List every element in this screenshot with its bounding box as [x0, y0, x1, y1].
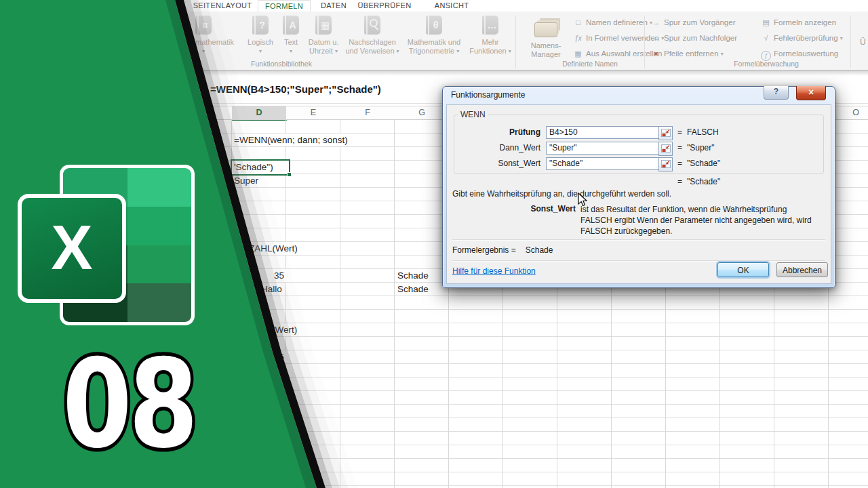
dialog-help-button[interactable]: ?: [764, 86, 789, 100]
trace-precedents-button[interactable]: →Spur zum Vorgänger: [651, 17, 735, 28]
ribbon-drop-shadow: [0, 70, 868, 76]
watch-window-button-partial[interactable]: Ü: [860, 37, 866, 47]
show-formulas-button[interactable]: ▤Formeln anzeigen: [761, 17, 836, 28]
argument-help-text: ist das Resultat der Funktion, wenn die …: [580, 204, 815, 237]
function-description: Gibt eine Wahrheitsprüfung an, die durch…: [452, 189, 671, 199]
tab-ansicht[interactable]: ANSICHT: [427, 0, 476, 12]
define-name-button[interactable]: □Namen definieren ▾: [573, 17, 652, 28]
button-label: Funktionen: [469, 47, 506, 55]
group-label-funktionsbibliothek: Funktionsbibliothek: [203, 60, 359, 68]
equals-sign: =: [677, 126, 682, 139]
pruefung-input[interactable]: B4>150: [546, 126, 660, 139]
range-selector-icon: [661, 160, 671, 168]
cell-35[interactable]: 35: [232, 269, 288, 282]
trace-dependents-icon: →: [651, 33, 661, 44]
dropdown-arrow-icon: ▾: [509, 48, 511, 54]
error-checking-icon: √: [761, 33, 771, 44]
trace-dependents-button[interactable]: →Spur zum Nachfolger: [651, 33, 737, 44]
logical-icon: ?: [252, 16, 269, 35]
range-selector-button[interactable]: [658, 142, 673, 156]
ribbon: ¤ Finanzmathematik ▾ ? Logisch ▾ A Text …: [0, 12, 868, 70]
button-label: Mathematik und: [397, 38, 471, 47]
text-icon: A: [283, 16, 299, 35]
cell-istzahl-partial[interactable]: ZAHL(Wert): [247, 242, 300, 255]
arg-label: Dann_Wert: [447, 142, 540, 155]
cell-schade-1[interactable]: Schade: [395, 269, 431, 282]
dropdown-arrow-icon: ▾: [202, 48, 205, 54]
argument-row-pruefung: Prüfung B4>150 = FALSCH: [447, 126, 831, 139]
fx-icon: ƒx: [573, 33, 583, 44]
tab-daten[interactable]: DATEN: [313, 0, 354, 12]
more-functions-button[interactable]: … Mehr Funktionen ▾: [465, 14, 515, 67]
column-header-e[interactable]: E: [286, 106, 341, 119]
screenshot-stage: SEITENLAYOUT FORMELN DATEN ÜBERPRÜFEN AN…: [0, 0, 868, 488]
button-label: Datum u.: [302, 38, 344, 47]
equals-sign: =: [677, 142, 682, 155]
error-checking-button[interactable]: √Fehlerüberprüfung ▾: [761, 33, 843, 44]
evaluate-formula-button[interactable]: ƒFormelauswertung: [761, 48, 838, 60]
separator: [452, 239, 825, 240]
button-label: Uhrzeit: [309, 47, 333, 55]
range-selector-button[interactable]: [658, 157, 673, 171]
arg-result: FALSCH: [687, 126, 719, 139]
magnifier-icon: [364, 16, 380, 35]
name-manager-icon: [534, 22, 557, 37]
dialog-content: WENN Prüfung B4>150 = FALSCH Dann_Wert "…: [446, 104, 831, 284]
equals-sign: =: [677, 177, 682, 186]
column-header-d[interactable]: D: [232, 106, 287, 121]
tab-ueberpruefen[interactable]: ÜBERPRÜFEN: [355, 0, 414, 12]
button-label: Formelauswertung: [774, 49, 838, 58]
active-cell[interactable]: 'Schade"): [231, 159, 290, 176]
function-help-link[interactable]: Hilfe für diese Funktion: [452, 266, 536, 276]
separator: [452, 260, 825, 261]
argument-row-sonst-wert: Sonst_Wert "Schade" = "Schade": [447, 157, 831, 170]
button-label: Finanzmathematik: [166, 38, 241, 47]
formula-bar-text: =WENN(B4>150;"Super";"Schade"): [210, 76, 381, 103]
button-label: Trigonometrie: [409, 47, 454, 55]
dialog-close-button[interactable]: ×: [796, 86, 826, 100]
group-separator: [644, 16, 645, 68]
tab-seitenlayout[interactable]: SEITENLAYOUT: [190, 0, 255, 12]
column-header-f[interactable]: F: [340, 106, 395, 119]
argument-help-name: Sonst_Wert: [527, 204, 576, 214]
create-from-selection-button[interactable]: ▦Aus Auswahl erstellen: [573, 48, 663, 60]
dropdown-arrow-icon: ▾: [259, 48, 262, 54]
cell-super[interactable]: Super: [232, 174, 260, 187]
button-label: Namens-: [524, 41, 568, 50]
sonst-wert-input[interactable]: "Schade": [546, 157, 660, 170]
fill-handle[interactable]: [287, 172, 292, 177]
group-label-formelueberwachung: Formelüberwachung: [692, 60, 841, 68]
ok-button[interactable]: OK: [717, 262, 769, 277]
range-selector-button[interactable]: [658, 126, 673, 140]
group-separator: [515, 16, 516, 68]
excel-x-icon: X: [18, 194, 126, 303]
financial-icon: ¤: [195, 16, 212, 35]
equals-sign: =: [677, 157, 682, 170]
cell-schade-2[interactable]: Schade: [395, 283, 431, 296]
cell-hallo[interactable]: Hallo: [259, 283, 284, 296]
column-header-g[interactable]: G: [395, 106, 450, 119]
theta-icon: θ: [426, 16, 442, 35]
dropdown-arrow-icon: ▾: [290, 48, 292, 54]
dann-wert-input[interactable]: "Super": [546, 142, 660, 155]
cell-formula-hint[interactable]: =WENN(wenn; dann; sonst): [232, 134, 350, 146]
excel-logo: X: [18, 163, 204, 336]
dropdown-arrow-icon: ▾: [335, 48, 338, 54]
math-trig-functions-button[interactable]: θ Mathematik und Trigonometrie ▾: [397, 14, 471, 67]
trace-precedents-icon: →: [651, 17, 661, 28]
button-label: Formeln anzeigen: [774, 18, 836, 26]
group-separator: [850, 16, 851, 68]
button-label: Logisch: [240, 38, 281, 47]
cancel-button[interactable]: Abbrechen: [776, 262, 828, 277]
cell-wert-partial[interactable]: (Wert): [270, 323, 299, 336]
remove-arrows-button[interactable]: ×Pfeile entfernen ▾: [651, 48, 724, 60]
show-formulas-icon: ▤: [761, 17, 771, 28]
dropdown-arrow-icon: ▾: [840, 35, 843, 41]
group-label-definierte-namen: Definierte Namen: [536, 60, 644, 68]
button-label: Text: [276, 38, 306, 47]
remove-arrows-icon: ×: [651, 48, 661, 60]
function-name-label: WENN: [458, 110, 488, 119]
button-label: Spur zum Vorgänger: [664, 18, 735, 26]
button-label: In Formel verwenden: [586, 34, 659, 42]
formula-result-line: Formelergebnis =Schade: [452, 245, 553, 255]
